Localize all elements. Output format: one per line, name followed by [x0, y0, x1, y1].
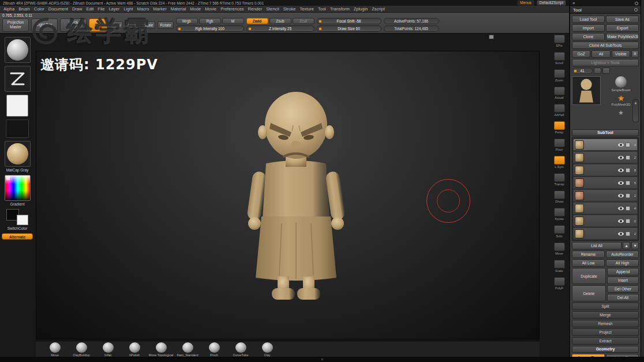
tray-grip-icon[interactable]: ≡ — [317, 357, 327, 362]
move-button[interactable]: Move — [125, 21, 139, 29]
shelf-toggle[interactable]: Floor — [554, 139, 565, 151]
menu-item[interactable]: Brush — [18, 6, 30, 12]
subtool-row[interactable]: 5 — [573, 177, 638, 189]
menu-item[interactable]: Alpha — [3, 6, 14, 12]
menu-item[interactable]: Color — [34, 6, 44, 12]
rgb-intensity-slider[interactable]: Rgb Intensity 100 — [176, 25, 244, 32]
append-button[interactable]: Append — [607, 268, 639, 275]
simplebrush-item[interactable]: SimpleBrush — [603, 76, 639, 92]
menu-item[interactable]: Draw — [72, 6, 83, 12]
load-tool-button[interactable]: Load Tool — [572, 16, 605, 23]
menus-button[interactable]: Menus — [517, 0, 534, 6]
sculpt-model[interactable] — [227, 85, 365, 304]
delete-button[interactable]: Delete — [572, 285, 606, 301]
texture-picker[interactable] — [6, 120, 29, 138]
geometry-section-header[interactable]: Geometry — [572, 346, 639, 353]
paint-toggle-icon[interactable] — [626, 168, 630, 173]
goz-button[interactable]: GoZ — [572, 50, 590, 58]
paint-toggle-icon[interactable] — [626, 219, 630, 223]
all-low-button[interactable]: All Low — [572, 259, 605, 267]
menu-item[interactable]: Layer — [108, 6, 119, 12]
eye-icon[interactable] — [618, 207, 624, 210]
secondary-color-swatch[interactable] — [17, 215, 28, 225]
paint-toggle-icon[interactable] — [626, 193, 630, 198]
move-down-button[interactable]: ▼ — [631, 242, 639, 249]
subtool-row[interactable]: 8 — [573, 164, 638, 176]
shelf-toggle[interactable]: Persp — [554, 121, 565, 134]
goz-all-button[interactable]: All — [591, 50, 610, 58]
zsub-button[interactable]: Zsub — [269, 18, 291, 24]
goz-visible-button[interactable]: Visible — [612, 50, 630, 58]
canvas-document[interactable]: 邀请码: 1229PV — [36, 51, 540, 339]
paint-toggle-icon[interactable] — [626, 232, 630, 236]
panel-mini-button-left[interactable] — [594, 68, 601, 74]
del-other-button[interactable]: Del Other — [607, 285, 639, 293]
eye-icon[interactable] — [618, 232, 624, 236]
paint-toggle-icon[interactable] — [626, 206, 630, 211]
shelf-toggle[interactable]: Scale — [554, 260, 565, 273]
shelf-toggle[interactable]: Actual — [554, 87, 565, 99]
quick-pick-brush[interactable]: Pinch — [201, 341, 227, 357]
focal-shift-slider[interactable]: Focal Shift -58 — [317, 18, 381, 24]
shelf-toggle[interactable]: AAHalf — [554, 104, 565, 117]
material-picker[interactable] — [5, 141, 31, 167]
quick-pick-brush[interactable]: Inflat — [95, 341, 121, 357]
edit-button[interactable]: ✎ Edit — [89, 18, 107, 32]
eye-icon[interactable] — [618, 156, 624, 159]
insert-button[interactable]: Insert — [607, 277, 639, 284]
menu-item[interactable]: Mode — [190, 6, 201, 12]
menu-item[interactable]: Movie — [205, 6, 216, 12]
quick-sketch-button[interactable]: Quick Sketch — [60, 18, 87, 32]
project-section-button[interactable]: Project — [572, 329, 639, 336]
shelf-toggle[interactable]: Xpose — [554, 208, 565, 221]
shelf-toggle[interactable]: Move — [554, 242, 565, 255]
quick-pick-brush[interactable]: Dam_Standard — [174, 341, 201, 357]
draw-size-slider[interactable]: Draw Size 60 — [317, 25, 381, 32]
menu-item[interactable]: File — [98, 6, 104, 12]
paint-toggle-icon[interactable] — [626, 143, 630, 147]
subtool-row[interactable]: 4 — [573, 202, 638, 214]
menu-item[interactable]: Edit — [86, 6, 93, 12]
light-box-button[interactable]: Light Box — [31, 18, 58, 32]
subtool-section-header[interactable]: SubTool — [572, 129, 639, 136]
eye-icon[interactable] — [618, 194, 624, 197]
tool-palette-header[interactable]: Tool — [570, 6, 641, 14]
quick-pick-brush[interactable]: hPolish — [121, 341, 148, 357]
make-polymesh3d-button[interactable]: Make PolyMesh3D — [606, 33, 639, 40]
shelf-toggle[interactable]: Transp — [554, 173, 565, 186]
gradient-label[interactable]: Gradient — [10, 202, 25, 206]
menu-item[interactable]: Zplugin — [354, 6, 368, 12]
color-picker[interactable] — [5, 175, 31, 201]
menu-item[interactable]: Zscript — [372, 6, 385, 12]
quick-pick-brush[interactable]: CurveTube — [227, 341, 254, 357]
split-section-button[interactable]: Split — [572, 303, 639, 310]
import-button[interactable]: Import — [572, 24, 605, 32]
duplicate-button[interactable]: Duplicate — [572, 268, 606, 284]
paint-toggle-icon[interactable] — [626, 181, 630, 185]
all-high-button[interactable]: All High — [606, 259, 639, 267]
shelf-toggle[interactable]: L.Sym — [554, 156, 565, 169]
merge-section-button[interactable]: Merge — [572, 311, 639, 319]
projection-master-button[interactable]: Projection Master — [2, 18, 29, 32]
menu-item[interactable]: Stroke — [283, 6, 296, 12]
rename-button[interactable]: Rename — [572, 251, 605, 258]
menu-item[interactable]: Tool — [318, 6, 326, 12]
preview-mini-slider[interactable]: 4 — [632, 99, 639, 122]
menu-item[interactable]: Preferences — [220, 6, 244, 12]
quick-pick-brush[interactable]: Move — [42, 341, 68, 357]
document-resize-handle[interactable] — [489, 35, 494, 39]
menu-item[interactable]: Material — [171, 6, 186, 12]
stroke-picker[interactable] — [5, 66, 31, 92]
shelf-toggle[interactable]: Scroll — [554, 52, 565, 65]
clone-all-subtools-button[interactable]: Clone All SubTools — [572, 42, 639, 49]
quick-pick-size-slider[interactable]: 41 — [572, 68, 593, 74]
draw-button[interactable]: Draw — [110, 21, 123, 29]
z-intensity-slider[interactable]: Z Intensity 25 — [246, 25, 314, 32]
eye-icon[interactable] — [618, 181, 624, 185]
menu-item[interactable]: Light — [123, 6, 133, 12]
menu-item[interactable]: Marker — [153, 6, 166, 12]
eye-icon[interactable] — [618, 143, 624, 147]
autoreorder-button[interactable]: AutoReorder — [606, 251, 639, 258]
menu-item[interactable]: Macro — [137, 6, 149, 12]
shelf-toggle[interactable]: Zoom — [554, 69, 565, 82]
